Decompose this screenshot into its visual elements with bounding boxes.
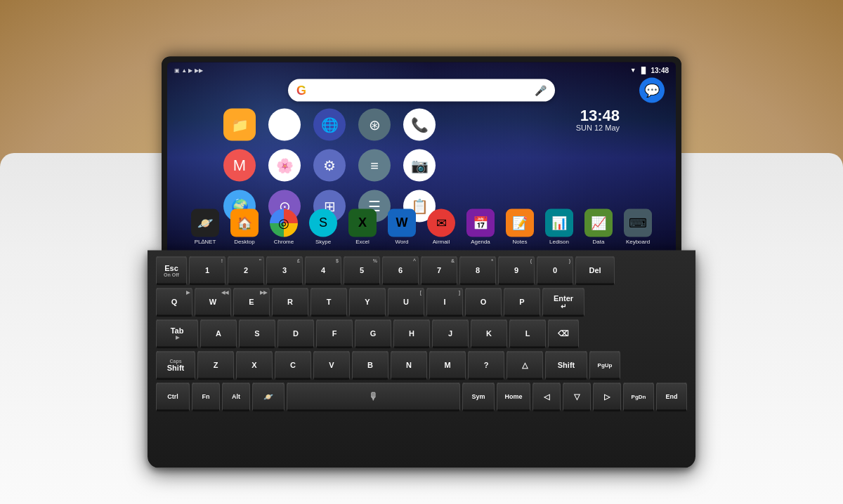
- key-7[interactable]: &7: [421, 256, 457, 286]
- key-fn[interactable]: Fn: [192, 383, 220, 412]
- dock-airmail[interactable]: ✉ Airmail: [423, 208, 459, 244]
- key-home[interactable]: Home: [497, 383, 530, 412]
- dock-ledison[interactable]: 📊 Ledison: [541, 208, 577, 244]
- key-m[interactable]: M: [429, 351, 466, 380]
- wifi-icon: ▼: [630, 67, 636, 74]
- mic-icon[interactable]: 🎤: [535, 85, 547, 96]
- maps-icon[interactable]: 🗺: [268, 109, 301, 141]
- key-l[interactable]: L: [509, 319, 546, 349]
- key-3[interactable]: £3: [266, 256, 303, 286]
- dock-desktop[interactable]: 🏠 Desktop: [226, 208, 263, 244]
- key-enter[interactable]: Enter↵: [542, 288, 584, 317]
- search-bar[interactable]: G 🎤: [288, 79, 555, 102]
- key-end[interactable]: End: [656, 383, 687, 412]
- key-8[interactable]: *8: [459, 256, 496, 286]
- key-c[interactable]: C: [275, 351, 311, 380]
- key-tab[interactable]: Tab▶: [156, 319, 198, 349]
- files-icon[interactable]: 📁: [223, 109, 256, 141]
- key-s[interactable]: S: [239, 319, 275, 349]
- key-q[interactable]: Q▶: [156, 288, 192, 317]
- time-display: 13:48: [651, 66, 669, 74]
- key-e[interactable]: E▶▶: [233, 288, 270, 317]
- key-d[interactable]: D: [277, 319, 314, 349]
- key-y[interactable]: Y: [349, 288, 386, 317]
- key-pgdn[interactable]: PgDn: [623, 383, 654, 412]
- messages-icon[interactable]: 💬: [639, 78, 665, 103]
- key-shift-right[interactable]: Shift: [545, 351, 587, 380]
- key-ctrl[interactable]: Ctrl: [156, 383, 190, 412]
- key-question[interactable]: ?: [468, 351, 504, 380]
- key-1[interactable]: !1: [189, 256, 226, 286]
- key-arrow-right[interactable]: ▷: [593, 383, 621, 412]
- clock-widget: 13:48 SUN 12 May: [576, 108, 620, 132]
- camera-icon[interactable]: 📷: [403, 150, 436, 182]
- dock-agenda[interactable]: 📅 Agenda: [462, 208, 499, 244]
- key-del[interactable]: Del: [575, 256, 615, 286]
- key-esc[interactable]: Esc On Off: [156, 256, 187, 286]
- key-arrow-left[interactable]: ◁: [532, 383, 561, 412]
- status-right: ▼ ▐▌ 13:48: [630, 66, 669, 74]
- dock-notes[interactable]: 📝 Notes: [502, 208, 538, 244]
- dock-keyboard[interactable]: ⌨ Keyboard: [620, 208, 656, 244]
- bottom-dock: 🪐 PL∆NET 🏠 Desktop ◎ Chrome S Skype X: [173, 206, 670, 248]
- key-shift-left[interactable]: Caps Shift: [156, 351, 195, 380]
- dock-desktop-label: Desktop: [234, 238, 254, 244]
- key-u[interactable]: U[: [388, 288, 424, 317]
- key-pgup[interactable]: PgUp: [589, 351, 620, 380]
- key-space[interactable]: 🎙: [287, 383, 460, 412]
- key-w[interactable]: W◀◀: [195, 288, 231, 317]
- dock-keyboard-label: Keyboard: [626, 238, 650, 244]
- dock-ledison-label: Ledison: [549, 238, 569, 244]
- key-2[interactable]: "2: [228, 256, 264, 286]
- key-j[interactable]: J: [432, 319, 469, 349]
- dock-data[interactable]: 📈 Data: [580, 208, 617, 244]
- key-sym[interactable]: Sym: [462, 383, 495, 412]
- phone-icon[interactable]: 📞: [403, 109, 436, 141]
- keyboard: Esc On Off !1 "2 £3 $4 %5 ^6 &7 *8 (9 )0…: [148, 251, 695, 468]
- key-9[interactable]: (9: [498, 256, 535, 286]
- key-4[interactable]: $4: [305, 256, 341, 286]
- key-t[interactable]: T: [311, 288, 347, 317]
- key-o[interactable]: O: [465, 288, 502, 317]
- screen-display: ▣ ▲ ▶ ▶▶ ▼ ▐▌ 13:48 G 🎤 💬 13:48: [167, 62, 676, 253]
- key-a[interactable]: A: [200, 319, 237, 349]
- qwerty-row: Q▶ W◀◀ E▶▶ R T Y U[ I] O P Enter↵: [156, 288, 687, 317]
- number-row: Esc On Off !1 "2 £3 $4 %5 ^6 &7 *8 (9 )0…: [156, 256, 687, 286]
- key-planet[interactable]: 🪐: [252, 383, 285, 412]
- key-alt[interactable]: Alt: [222, 383, 250, 412]
- status-bar: ▣ ▲ ▶ ▶▶ ▼ ▐▌ 13:48: [167, 62, 676, 78]
- key-i[interactable]: I]: [426, 288, 463, 317]
- dock-excel-label: Excel: [355, 238, 370, 244]
- key-backspace[interactable]: ⌫: [548, 319, 579, 349]
- app4-icon[interactable]: ≡: [358, 150, 391, 182]
- key-5[interactable]: %5: [344, 256, 380, 286]
- notification-icon: ▣ ▲ ▶ ▶▶: [174, 67, 203, 73]
- globe2-icon[interactable]: ⊛: [358, 109, 391, 141]
- app3-icon[interactable]: ⚙: [313, 150, 346, 182]
- key-k[interactable]: K: [471, 319, 507, 349]
- key-arrow-down[interactable]: ▽: [563, 383, 591, 412]
- key-6[interactable]: ^6: [382, 256, 419, 286]
- key-z[interactable]: Z: [197, 351, 234, 380]
- dock-word[interactable]: W Word: [384, 208, 420, 244]
- key-b[interactable]: B: [352, 351, 388, 380]
- key-n[interactable]: N: [391, 351, 427, 380]
- dock-skype-label: Skype: [315, 238, 331, 244]
- key-p[interactable]: P: [504, 288, 540, 317]
- key-v[interactable]: V: [313, 351, 350, 380]
- key-h[interactable]: H: [393, 319, 430, 349]
- key-0[interactable]: )0: [537, 256, 573, 286]
- key-triangle[interactable]: △: [507, 351, 543, 380]
- dock-chrome-label: Chrome: [274, 238, 294, 244]
- dock-excel[interactable]: X Excel: [344, 208, 381, 244]
- gmail-icon[interactable]: M: [223, 150, 256, 182]
- dock-chrome[interactable]: ◎ Chrome: [266, 208, 302, 244]
- key-x[interactable]: X: [236, 351, 273, 380]
- dock-planet[interactable]: 🪐 PL∆NET: [187, 208, 223, 244]
- key-f[interactable]: F: [316, 319, 353, 349]
- key-g[interactable]: G: [355, 319, 391, 349]
- photos-icon[interactable]: 🌸: [268, 150, 301, 182]
- dock-skype[interactable]: S Skype: [305, 208, 341, 244]
- globe1-icon[interactable]: 🌐: [313, 109, 346, 141]
- key-r[interactable]: R: [272, 288, 308, 317]
